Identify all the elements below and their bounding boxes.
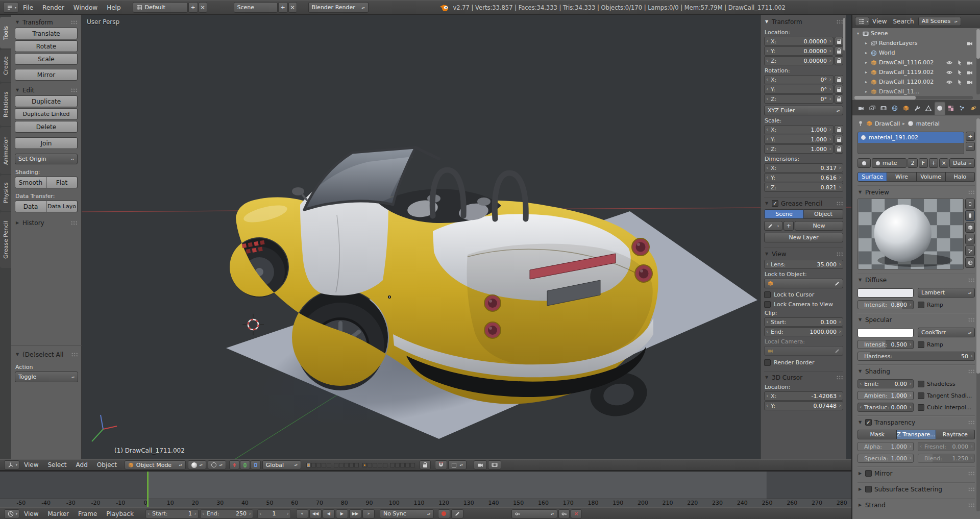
mode-dropdown[interactable]: Object Mode▴▾ [125, 460, 186, 469]
add-scene-button[interactable]: + [278, 2, 288, 13]
add-menu[interactable]: Add [71, 460, 92, 470]
clip-start-field[interactable]: Start:0.100 [764, 317, 843, 327]
smooth-button[interactable]: Smooth [15, 177, 46, 188]
lock-icon[interactable] [835, 56, 843, 65]
lock-icon[interactable] [835, 37, 843, 46]
tab-scene[interactable] [878, 102, 889, 115]
diffuse-color-swatch[interactable] [857, 288, 914, 298]
menu-window[interactable]: Window [69, 1, 102, 14]
layers-widget-2[interactable] [362, 463, 415, 467]
set-origin-dropdown[interactable]: Set Origin▴▾ [15, 154, 78, 164]
lock-icon[interactable] [835, 75, 843, 84]
type-halo[interactable]: Halo [946, 172, 975, 182]
rotation-z-field[interactable]: Z:0° [764, 94, 834, 104]
snap-element-dropdown[interactable]: ▴▾ [448, 460, 467, 469]
diffuse-header[interactable]: ▼Diffuse [857, 275, 975, 285]
local-camera-field[interactable] [764, 346, 843, 356]
dimensions-z-field[interactable]: Z:0.821 [764, 183, 843, 192]
preview-hair-button[interactable] [965, 245, 975, 256]
lock-icon[interactable] [835, 94, 843, 104]
viewport-canvas[interactable]: User Persp (1) DrawCall_1711.002 [82, 15, 851, 459]
flat-button[interactable]: Flat [46, 177, 78, 188]
gp-add-button[interactable]: + [783, 221, 794, 231]
np-grease-pencil-header[interactable]: ▼Grease Pencil [764, 197, 843, 208]
tl-marker-menu[interactable]: Marker [43, 508, 73, 519]
translucency-slider[interactable]: Transluc:0.000 [857, 403, 914, 412]
render-engine-dropdown[interactable]: Blender Render▴▾ [308, 2, 369, 13]
fake-user-button[interactable]: F [919, 158, 928, 168]
hardness-slider[interactable]: Hardness:50 [857, 352, 975, 361]
view-menu[interactable]: View [19, 460, 43, 470]
duplicate-linked-button[interactable]: Duplicate Linked [15, 108, 78, 120]
unlink-material-button[interactable]: × [939, 158, 948, 168]
rotation-mode-dropdown[interactable]: XYZ Euler▴▾ [764, 106, 843, 115]
auto-keyframe-button[interactable] [438, 509, 450, 518]
outliner-row-object[interactable]: ▸ DrawCall_11... [852, 87, 980, 96]
material-name-field[interactable]: mate [872, 158, 906, 168]
material-link-dropdown[interactable]: Data▴▾ [949, 158, 975, 168]
prev-keyframe-button[interactable]: ◀◀ [309, 509, 322, 518]
tangent-shading-checkbox[interactable] [918, 392, 924, 399]
translate-manipulator-button[interactable] [229, 460, 239, 469]
outliner-search-menu[interactable]: Search [890, 15, 917, 27]
mirror-button[interactable]: Mirror [15, 69, 78, 81]
tab-render[interactable] [855, 102, 866, 115]
data-layout-button[interactable]: Data Layo [46, 201, 78, 212]
render-border-checkbox[interactable] [764, 359, 771, 366]
properties-scrollbar[interactable] [976, 118, 980, 511]
tab-world[interactable] [889, 102, 900, 115]
np-transform-header[interactable]: ▼Transform [764, 16, 843, 27]
add-layout-button[interactable]: + [188, 2, 198, 13]
timeline-tracks[interactable] [0, 472, 851, 499]
sss-header[interactable]: ▶Subsurface Scattering [857, 484, 975, 495]
diffuse-shader-dropdown[interactable]: Lambert▴▾ [918, 288, 975, 298]
new-material-button[interactable]: + [929, 158, 938, 168]
specular-alpha-slider[interactable]: Specula:1.000 [857, 454, 914, 463]
cubic-interpolation-checkbox[interactable] [918, 404, 924, 411]
object-menu[interactable]: Object [92, 460, 121, 470]
grease-pencil-checkbox[interactable] [772, 200, 778, 207]
tab-create[interactable]: Create [0, 50, 11, 82]
rotation-y-field[interactable]: Y:0° [764, 85, 834, 94]
preview-cube-button[interactable] [965, 222, 975, 233]
cursor-y-field[interactable]: Y:0.07448 [764, 401, 843, 410]
tab-animation[interactable]: Animation [0, 127, 11, 174]
scale-manipulator-button[interactable] [251, 460, 261, 469]
lens-field[interactable]: Lens:35.000 [764, 260, 843, 269]
duplicate-button[interactable]: Duplicate [15, 95, 78, 107]
shading-dropdown[interactable]: ▴▾ [188, 460, 206, 469]
tab-object-data[interactable] [923, 102, 934, 115]
add-slot-button[interactable]: + [966, 132, 975, 141]
editor-type-button[interactable]: ▾ [855, 17, 869, 26]
outliner-row-scene[interactable]: ▾ Scene [852, 29, 980, 38]
outliner-row-renderlayers[interactable]: ▸ RenderLayers [852, 38, 980, 48]
specular-header[interactable]: ▼Specular [857, 314, 975, 325]
delete-keyframe-button[interactable]: × [571, 509, 582, 518]
select-toggle-icon[interactable] [957, 79, 963, 85]
delete-button[interactable]: Delete [15, 121, 78, 133]
expand-icon[interactable]: ▸ [864, 51, 869, 55]
tl-view-menu[interactable]: View [19, 508, 43, 519]
editor-type-button[interactable]: ▾ [4, 509, 19, 518]
editor-type-button[interactable]: ▾ [4, 460, 19, 469]
rotate-button[interactable]: Rotate [15, 40, 78, 52]
scale-y-field[interactable]: Y:1.000 [764, 135, 834, 144]
lock-icon[interactable] [835, 125, 843, 134]
keying-set-dropdown[interactable]: ▴▾ [511, 509, 557, 518]
outliner-row-object[interactable]: ▸ DrawCall_1120.002 [852, 77, 980, 87]
expand-icon[interactable]: ▾ [855, 31, 861, 36]
expand-icon[interactable]: ▸ [864, 80, 869, 84]
clip-end-field[interactable]: End:1000.000 [764, 327, 843, 336]
jump-to-end-button[interactable]: » [362, 509, 375, 518]
transparency-header[interactable]: ▼Transparency [857, 417, 975, 428]
tab-grease-pencil[interactable]: Grease Pencil [0, 212, 11, 268]
dimensions-x-field[interactable]: X:0.317 [764, 163, 843, 172]
scene-dropdown[interactable]: Scene [234, 2, 278, 13]
insert-keyframe-button[interactable] [558, 509, 570, 518]
specular-color-swatch[interactable] [857, 328, 914, 337]
panel-transform-header[interactable]: ▼Transform [15, 17, 78, 28]
sss-checkbox[interactable] [865, 486, 872, 492]
location-z-field[interactable]: Z:0.00000 [764, 56, 834, 65]
frame-end-field[interactable]: End:250 [200, 509, 253, 518]
lock-icon[interactable] [835, 135, 843, 144]
